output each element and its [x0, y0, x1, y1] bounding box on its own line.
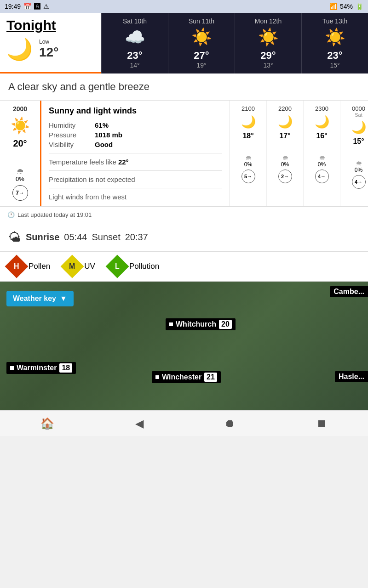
hour-wind-circle: 2→ — [278, 170, 292, 183]
selected-hour[interactable]: 2000 ☀️ 20° 🌧 0% 7 → — [0, 101, 41, 206]
moon-icon: 🌙 — [6, 37, 33, 62]
city-temp: 20 — [219, 320, 232, 329]
hour-column[interactable]: 0000 Sat 🌙 15° 🌧 0% 4→ — [340, 101, 368, 206]
time: 19:49 — [5, 3, 21, 10]
home-button[interactable]: 🏠 — [40, 417, 54, 430]
pollution-letter: L — [115, 262, 120, 271]
day-high: 23° — [305, 50, 364, 62]
last-updated: 🕐 Last updated today at 19:01 — [0, 207, 368, 223]
pollen-indicator: H Pollen — [8, 258, 50, 275]
feels-like-value: 22° — [118, 158, 129, 166]
description-bar: A clear sky and a gentle breeze — [0, 74, 368, 101]
hour-detail-panel: Sunny and light winds Humidity 61% Press… — [41, 101, 230, 206]
wifi-icon: 📶 — [329, 3, 337, 10]
hour-rain-icon: 🌧 — [307, 154, 336, 161]
sunrise-label: Sunrise — [26, 232, 59, 243]
hourly-section[interactable]: 2000 ☀️ 20° 🌧 0% 7 → Sunny and light win… — [0, 101, 368, 207]
day-low: 13° — [239, 62, 298, 69]
hour-temp: 16° — [307, 132, 336, 140]
other-hours: 2100 🌙 18° 🌧 0% 5→ 2200 🌙 17° 🌧 0% 2→ 23… — [230, 101, 368, 206]
hour-wind-arrow: → — [357, 179, 362, 185]
pressure-value: 1018 mb — [95, 131, 122, 139]
pressure-row: Pressure 1018 mb — [49, 131, 222, 139]
map-label-cambe: Cambe... — [330, 286, 368, 297]
forecast-day[interactable]: Sat 10th ☁️ 23° 14° — [101, 13, 168, 74]
sun-icon: ☀️ — [4, 116, 36, 135]
forecast-day[interactable]: Sun 11th ☀️ 27° 19° — [168, 13, 235, 74]
wind-row: Light winds from the west — [49, 193, 222, 201]
city-name: Hasle... — [339, 373, 364, 381]
day-label: Sun 11th — [172, 17, 231, 25]
day-high: 27° — [172, 50, 231, 62]
hour-column[interactable]: 2200 🌙 17° 🌧 0% 2→ — [267, 101, 304, 206]
hour-weather-icon: 🌙 — [307, 115, 336, 129]
precipitation-row: Precipitation is not expected — [49, 175, 222, 183]
selected-rain-pct: 0% — [4, 175, 36, 182]
pollution-badge: L — [105, 255, 129, 278]
sunrise-time: 05:44 — [64, 232, 87, 243]
forecast-day[interactable]: Tue 13th ☀️ 23° 15° — [301, 13, 368, 74]
status-right: 📶 54% 🔋 — [329, 3, 363, 10]
clock-icon: 🕐 — [7, 211, 15, 218]
city-name: Winchester — [162, 373, 201, 381]
hour-wind-arrow: → — [247, 174, 252, 179]
city-name: Warminster — [17, 364, 57, 372]
circle-button[interactable]: ⏺ — [224, 417, 236, 430]
day-icon: ☁️ — [105, 28, 164, 47]
tonight-panel: Tonight 🌙 Low 12° — [0, 13, 101, 74]
pressure-label: Pressure — [49, 131, 90, 139]
pollution-indicator: L Pollution — [109, 258, 159, 275]
hour-wind-circle: 5→ — [242, 170, 255, 183]
map-dot — [155, 375, 159, 379]
hour-temp: 15° — [344, 137, 368, 146]
weather-key-button[interactable]: Weather key ▼ — [6, 291, 74, 306]
weather-key-label: Weather key — [13, 294, 56, 303]
map-label-hasle: Hasle... — [335, 371, 368, 382]
hour-condition: Sunny and light winds — [49, 106, 222, 116]
city-name: Cambe... — [334, 288, 364, 296]
hour-wind-circle: 4→ — [315, 170, 329, 183]
map-label-winchester: Winchester 21 — [152, 371, 221, 383]
day-label: Tue 13th — [305, 17, 364, 25]
map-label-warminster: Warminster 18 — [6, 362, 76, 374]
forecast-day[interactable]: Mon 12th ☀️ 29° 13° — [235, 13, 301, 74]
selected-hour-temp: 20° — [4, 138, 36, 149]
hourly-inner: 2000 ☀️ 20° 🌧 0% 7 → Sunny and light win… — [0, 101, 368, 206]
hour-time: 0000 — [344, 105, 368, 112]
day-low: 14° — [105, 62, 164, 69]
sunrise-bar: 🌤 Sunrise 05:44 Sunset 20:37 — [0, 223, 368, 252]
selected-hour-time: 2000 — [4, 105, 36, 113]
selected-rain-area: 🌧 0% — [4, 167, 36, 182]
visibility-row: Visibility Good — [49, 141, 222, 148]
hour-rain-pct: 0% — [234, 161, 263, 168]
indicators-bar: H Pollen M UV L Pollution — [0, 252, 368, 282]
sunrise-icon: 🌤 — [8, 230, 21, 245]
hour-column[interactable]: 2100 🌙 18° 🌧 0% 5→ — [230, 101, 267, 206]
map-section[interactable]: Weather key ▼ Warminster 18 Whitchurch 2… — [0, 282, 368, 410]
visibility-value: Good — [95, 141, 113, 148]
hour-temp: 17° — [270, 132, 299, 140]
hour-rain-icon: 🌧 — [234, 154, 263, 161]
uv-indicator: M UV — [64, 258, 95, 275]
battery-text: 54% — [340, 3, 353, 10]
day-label: Sat 10th — [105, 17, 164, 25]
map-label-whitchurch: Whitchurch 20 — [166, 318, 236, 330]
sunset-label: Sunset — [92, 232, 120, 243]
forecast-days: Sat 10th ☁️ 23° 14° Sun 11th ☀️ 27° 19° … — [101, 13, 368, 74]
hour-wind-circle: 4→ — [352, 175, 366, 189]
day-icon: ☀️ — [239, 28, 298, 47]
hour-rain-icon: 🌧 — [270, 154, 299, 161]
day-icon: ☀️ — [305, 28, 364, 47]
hour-column[interactable]: 2300 🌙 16° 🌧 0% 4→ — [304, 101, 340, 206]
uv-letter: M — [69, 262, 75, 271]
square-button[interactable]: ⏹ — [316, 417, 328, 430]
hour-wind-arrow: → — [284, 174, 289, 179]
feels-like-row: Temperature feels like 22° — [49, 158, 222, 166]
day-label: Mon 12th — [239, 17, 298, 25]
back-button[interactable]: ◀ — [135, 417, 144, 430]
day-low: 19° — [172, 62, 231, 69]
hour-time: 2100 — [234, 105, 263, 112]
selected-wind-circle: 7 → — [12, 185, 28, 201]
hour-rain-pct: 0% — [307, 161, 336, 168]
chevron-down-icon: ▼ — [60, 294, 67, 303]
